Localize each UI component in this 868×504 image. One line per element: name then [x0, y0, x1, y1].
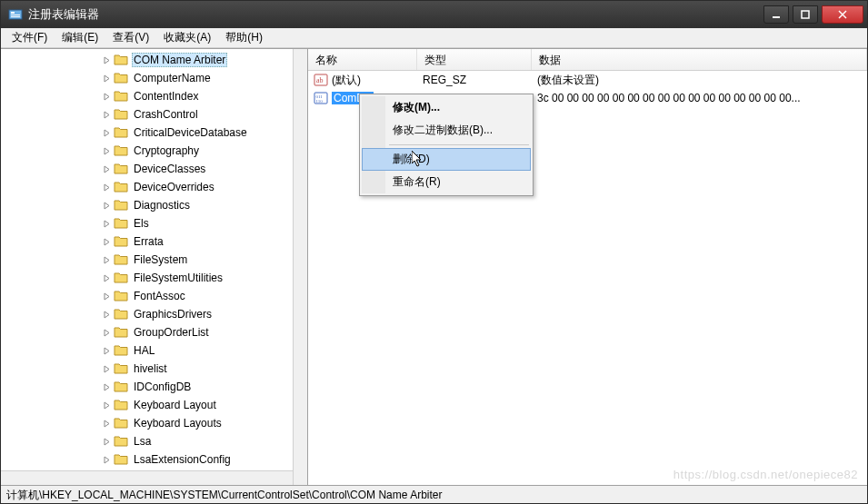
tree-item[interactable]: ContentIndex: [1, 87, 293, 105]
tree-vertical-scrollbar[interactable]: [293, 49, 307, 485]
expand-icon[interactable]: [101, 363, 112, 374]
tree-item-label: DeviceOverrides: [132, 181, 216, 193]
tree-item[interactable]: FileSystemUtilities: [1, 269, 293, 287]
expand-icon[interactable]: [101, 54, 112, 65]
tree-item-label: Errata: [132, 235, 165, 248]
tree-item-label: HAL: [132, 344, 156, 357]
folder-icon: [114, 198, 128, 212]
menu-view[interactable]: 查看(V): [105, 28, 156, 47]
tree-item-label: IDConfigDB: [132, 380, 193, 393]
expand-icon[interactable]: [101, 109, 112, 120]
menu-help[interactable]: 帮助(H): [218, 28, 270, 47]
folder-icon: [114, 343, 128, 358]
app-icon: [8, 7, 23, 22]
ctx-modify[interactable]: 修改(M)...: [362, 96, 531, 119]
main-area: COM Name ArbiterComputerNameContentIndex…: [1, 48, 867, 485]
expand-icon[interactable]: [101, 400, 112, 410]
tree-item-label: ContentIndex: [132, 90, 200, 103]
expand-icon[interactable]: [101, 291, 112, 301]
tree-item[interactable]: Keyboard Layout: [1, 396, 293, 414]
menu-edit[interactable]: 编辑(E): [55, 28, 105, 47]
svg-rect-3: [11, 16, 20, 17]
ctx-rename[interactable]: 重命名(R): [362, 171, 531, 193]
tree-item-label: CriticalDeviceDatabase: [132, 126, 249, 139]
expand-icon[interactable]: [101, 236, 112, 247]
col-header-type[interactable]: 类型: [417, 49, 532, 70]
tree-item-label: Lsa: [132, 435, 153, 448]
expand-icon[interactable]: [101, 163, 112, 174]
expand-icon[interactable]: [101, 218, 112, 229]
svg-rect-5: [802, 11, 809, 18]
tree-item[interactable]: HAL: [1, 341, 293, 360]
tree-item[interactable]: Diagnostics: [1, 196, 293, 214]
tree-item-label: hivelist: [132, 362, 169, 375]
expand-icon[interactable]: [101, 73, 112, 84]
expand-icon[interactable]: [101, 127, 112, 138]
folder-icon: [114, 434, 128, 449]
tree-horizontal-scrollbar[interactable]: [1, 470, 293, 485]
value-row[interactable]: ab(默认)REG_SZ(数值未设置): [308, 71, 867, 89]
ctx-modify-binary[interactable]: 修改二进制数据(B)...: [362, 119, 531, 142]
window-title: 注册表编辑器: [28, 6, 763, 23]
expand-icon[interactable]: [101, 254, 112, 265]
folder-icon: [114, 71, 128, 85]
ctx-delete[interactable]: 删除(D): [362, 148, 531, 171]
expand-icon[interactable]: [101, 272, 112, 283]
tree-item-label: FileSystemUtilities: [132, 272, 224, 284]
col-header-name[interactable]: 名称: [308, 49, 417, 70]
folder-icon: [114, 380, 128, 394]
tree-item-label: CrashControl: [132, 108, 200, 121]
expand-icon[interactable]: [101, 182, 112, 193]
value-data-cell: (数值未设置): [532, 73, 867, 88]
maximize-button[interactable]: [793, 5, 818, 24]
tree-item[interactable]: COM Name Arbiter: [1, 51, 293, 69]
svg-rect-2: [11, 15, 20, 15]
statusbar-path: 计算机\HKEY_LOCAL_MACHINE\SYSTEM\CurrentCon…: [6, 489, 442, 501]
tree-item[interactable]: Cryptography: [1, 142, 293, 160]
folder-icon: [114, 325, 128, 340]
tree-item[interactable]: FontAssoc: [1, 287, 293, 305]
tree-item[interactable]: ComputerName: [1, 69, 293, 87]
values-header: 名称 类型 数据: [308, 49, 867, 71]
expand-icon[interactable]: [101, 91, 112, 102]
registry-tree: COM Name ArbiterComputerNameContentIndex…: [1, 49, 293, 470]
tree-item[interactable]: FileSystem: [1, 251, 293, 269]
tree-item[interactable]: GroupOrderList: [1, 323, 293, 341]
expand-icon[interactable]: [101, 145, 112, 156]
tree-item-label: Els: [132, 217, 151, 230]
tree-item[interactable]: CriticalDeviceDatabase: [1, 124, 293, 142]
tree-item[interactable]: IDConfigDB: [1, 378, 293, 396]
tree-pane[interactable]: COM Name ArbiterComputerNameContentIndex…: [1, 49, 308, 485]
tree-item-label: LsaExtensionConfig: [132, 453, 233, 466]
expand-icon[interactable]: [101, 436, 112, 447]
col-header-data[interactable]: 数据: [532, 49, 867, 70]
expand-icon[interactable]: [101, 381, 112, 392]
expand-icon[interactable]: [101, 345, 112, 356]
folder-icon: [114, 89, 128, 104]
folder-icon: [114, 307, 128, 321]
tree-item[interactable]: Lsa: [1, 432, 293, 450]
tree-item[interactable]: Els: [1, 214, 293, 232]
tree-item[interactable]: hivelist: [1, 360, 293, 378]
expand-icon[interactable]: [101, 327, 112, 338]
tree-item[interactable]: CrashControl: [1, 105, 293, 124]
tree-item-label: DeviceClasses: [132, 163, 207, 175]
tree-item[interactable]: LsaExtensionConfig: [1, 450, 293, 469]
minimize-button[interactable]: [763, 5, 789, 24]
tree-item-label: FileSystem: [132, 253, 189, 266]
expand-icon[interactable]: [101, 309, 112, 320]
tree-item[interactable]: Errata: [1, 232, 293, 251]
tree-item[interactable]: Keyboard Layouts: [1, 414, 293, 432]
tree-item[interactable]: DeviceClasses: [1, 160, 293, 178]
folder-icon: [114, 107, 128, 122]
value-name-text: (默认): [332, 73, 361, 88]
expand-icon[interactable]: [101, 200, 112, 211]
close-button[interactable]: [822, 5, 863, 24]
expand-icon[interactable]: [101, 418, 112, 429]
tree-item[interactable]: DeviceOverrides: [1, 178, 293, 196]
expand-icon[interactable]: [101, 454, 112, 465]
tree-item[interactable]: GraphicsDrivers: [1, 305, 293, 323]
menu-favorites[interactable]: 收藏夹(A): [156, 28, 218, 47]
folder-icon: [114, 289, 128, 303]
menu-file[interactable]: 文件(F): [5, 28, 55, 47]
